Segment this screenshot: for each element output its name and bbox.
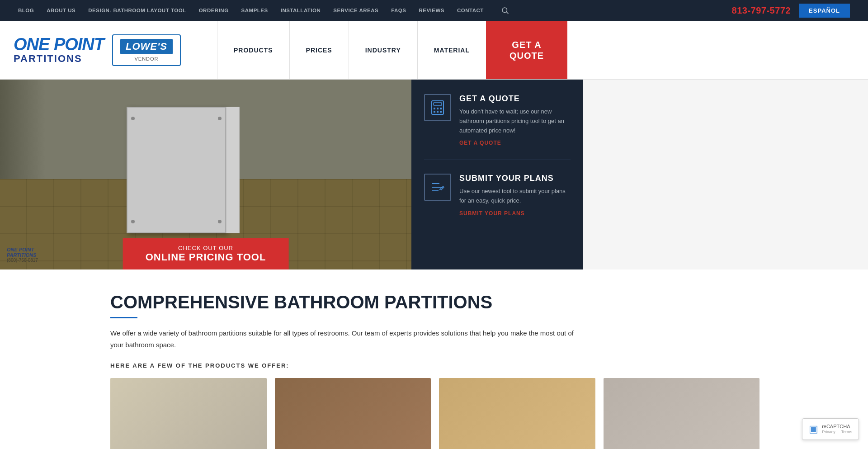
recaptcha-icon: ▣ [809, 423, 818, 435]
recaptcha-links: Privacy - Terms [822, 430, 852, 435]
pricing-btn-label-top: CHECK OUT OUR [146, 245, 266, 251]
watermark-sub: PARTITIONS [7, 252, 38, 258]
pricing-btn-label-main: ONLINE PRICING TOOL [146, 251, 266, 263]
watermark-logo: ONE POINT PARTITIONS (800)-756-0817 [7, 247, 38, 263]
nav-blog[interactable]: BLOG [18, 8, 34, 13]
nav-installation[interactable]: INSTALLATION [281, 8, 321, 13]
svg-line-13 [439, 189, 440, 190]
nav-faqs[interactable]: FAQS [391, 8, 406, 13]
nav-products[interactable]: PRODUCTS [217, 21, 289, 79]
bolt [218, 220, 222, 223]
get-quote-card-content: GET A QUOTE You don't have to wait; use … [459, 94, 571, 146]
submit-plans-card-text: Use our newest tool to submit your plans… [459, 187, 571, 206]
get-quote-button[interactable]: GET AQUOTE [486, 21, 567, 79]
nav-ordering[interactable]: ORDERING [199, 8, 229, 13]
get-quote-card: GET A QUOTE You don't have to wait; use … [424, 94, 571, 146]
svg-rect-9 [440, 111, 442, 113]
nav-samples[interactable]: SAMPLES [241, 8, 268, 13]
get-quote-card-title: GET A QUOTE [459, 94, 571, 104]
product-thumb-1[interactable] [110, 378, 267, 449]
submit-plans-card-link[interactable]: SUBMIT YOUR PLANS [459, 210, 571, 217]
hero-side-panel: GET A QUOTE You don't have to wait; use … [411, 80, 583, 269]
svg-rect-6 [440, 108, 442, 109]
nav-material[interactable]: MATERIAL [417, 21, 486, 79]
product-thumb-4[interactable] [604, 378, 760, 449]
submit-plans-card-content: SUBMIT YOUR PLANS Use our newest tool to… [459, 174, 571, 217]
lowes-label: VENDOR [134, 56, 158, 61]
lowes-logo: LOWE'S [120, 39, 173, 54]
logo[interactable]: ONE POINT PARTITIONS [14, 36, 104, 65]
svg-rect-7 [434, 111, 435, 113]
top-nav-links: BLOG ABOUT US DESIGN- BATHROOM LAYOUT TO… [18, 6, 509, 14]
get-quote-card-link[interactable]: GET A QUOTE [459, 140, 571, 146]
submit-plans-card: SUBMIT YOUR PLANS Use our newest tool to… [424, 174, 571, 217]
bathroom-partition-render: ONE POINT PARTITIONS (800)-756-0817 CHEC… [0, 80, 411, 269]
nav-industry[interactable]: INDUSTRY [349, 21, 417, 79]
side-divider [424, 160, 571, 160]
svg-line-1 [506, 12, 508, 14]
bolt [131, 117, 135, 120]
lowes-vendor-badge: LOWE'S VENDOR [112, 34, 181, 66]
products-label: HERE ARE A FEW OF THE PRODUCTS WE OFFER: [110, 362, 760, 369]
hero-section: ONE POINT PARTITIONS (800)-756-0817 CHEC… [0, 80, 868, 269]
top-navigation: BLOG ABOUT US DESIGN- BATHROOM LAYOUT TO… [0, 0, 868, 21]
plans-icon [424, 174, 451, 201]
logo-one-point: ONE POINT [14, 36, 104, 53]
get-quote-card-text: You don't have to wait; use our new bath… [459, 107, 571, 135]
partition-panel-door [226, 107, 240, 233]
main-content: COMPREHENSIVE BATHROOM PARTITIONS We off… [0, 269, 868, 449]
main-header: ONE POINT PARTITIONS LOWE'S VENDOR PRODU… [0, 21, 868, 80]
partition-panel-main [127, 107, 226, 233]
main-navigation: PRODUCTS PRICES INDUSTRY MATERIAL GET AQ… [217, 21, 868, 79]
watermark-brand: ONE POINT [7, 247, 38, 252]
nav-prices[interactable]: PRICES [289, 21, 349, 79]
title-underline [110, 317, 137, 318]
logo-partitions: PARTITIONS [14, 53, 82, 65]
bolt [218, 117, 222, 120]
product-thumb-3[interactable] [439, 378, 595, 449]
phone-number[interactable]: 813-797-5772 [732, 5, 791, 16]
calculator-icon [424, 94, 451, 121]
recaptcha-label: reCAPTCHA [822, 423, 852, 430]
svg-rect-5 [437, 108, 439, 109]
nav-reviews[interactable]: REVIEWS [419, 8, 444, 13]
nav-service-areas[interactable]: SERVICE AREAS [333, 8, 378, 13]
recaptcha-badge: ▣ reCAPTCHA Privacy - Terms [802, 418, 859, 440]
nav-design-tool[interactable]: DESIGN- BATHROOM LAYOUT TOOL [88, 8, 186, 13]
svg-rect-3 [434, 103, 442, 105]
espanol-button[interactable]: ESPAÑOL [799, 4, 850, 18]
recaptcha-text: reCAPTCHA Privacy - Terms [822, 423, 852, 435]
submit-plans-card-title: SUBMIT YOUR PLANS [459, 174, 571, 183]
svg-point-0 [502, 8, 507, 13]
bolt [131, 220, 135, 223]
product-thumbnails [110, 378, 760, 449]
watermark-phone: (800)-756-0817 [7, 258, 38, 263]
nav-contact[interactable]: CONTACT [457, 8, 484, 13]
section-description: We offer a wide variety of bathroom part… [110, 327, 580, 350]
top-nav-right: 813-797-5772 ESPAÑOL [732, 4, 850, 18]
product-thumb-2[interactable] [275, 378, 431, 449]
nav-about-us[interactable]: ABOUT US [47, 8, 75, 13]
section-title: COMPREHENSIVE BATHROOM PARTITIONS [110, 292, 760, 312]
search-icon[interactable] [501, 6, 509, 14]
recaptcha-terms[interactable]: Terms [841, 430, 853, 434]
svg-rect-8 [437, 111, 439, 113]
logo-section: ONE POINT PARTITIONS LOWE'S VENDOR [0, 21, 217, 79]
hero-image: ONE POINT PARTITIONS (800)-756-0817 CHEC… [0, 80, 411, 269]
pricing-tool-button[interactable]: CHECK OUT OUR ONLINE PRICING TOOL [123, 238, 289, 269]
recaptcha-privacy[interactable]: Privacy [822, 430, 835, 434]
svg-rect-4 [434, 108, 435, 109]
